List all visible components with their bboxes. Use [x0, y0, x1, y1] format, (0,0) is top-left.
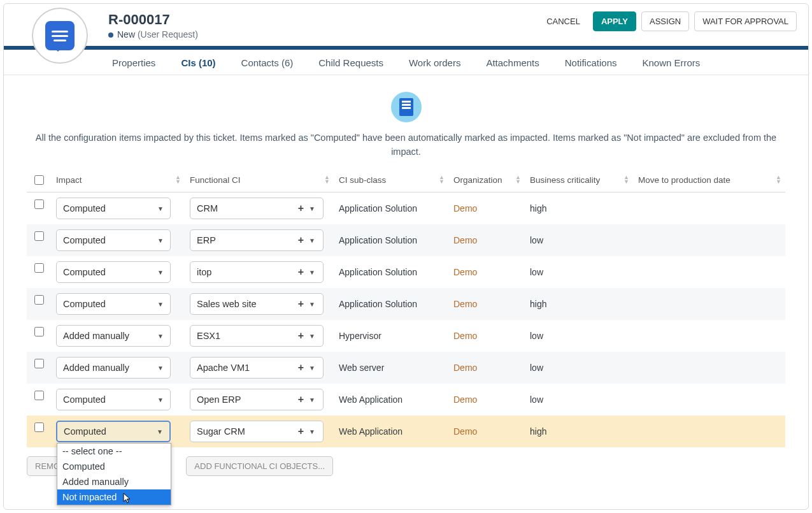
row-checkbox[interactable]: [34, 199, 44, 209]
sort-icon[interactable]: ▲▼: [175, 175, 181, 184]
select-all-checkbox[interactable]: [34, 175, 44, 185]
tab-contacts[interactable]: Contacts (6): [241, 57, 294, 68]
caret-down-icon[interactable]: ▼: [309, 300, 315, 307]
tab-known-errors[interactable]: Known Errors: [642, 57, 700, 68]
plus-icon[interactable]: +: [298, 330, 304, 342]
dropdown-option-added-manually[interactable]: Added manually: [57, 474, 171, 489]
tab-work-orders[interactable]: Work orders: [409, 57, 460, 68]
add-ci-button[interactable]: ADD FUNCTIONAL CI OBJECTS...: [186, 456, 333, 476]
plus-icon[interactable]: +: [298, 298, 304, 310]
functional-ci-input[interactable]: Sugar CRM+▼: [190, 421, 324, 442]
tab-properties[interactable]: Properties: [112, 57, 155, 68]
ci-subclass: Web server: [334, 352, 448, 384]
impact-select[interactable]: Added manually▼: [56, 357, 171, 379]
assign-button[interactable]: ASSIGN: [641, 11, 689, 31]
impact-select[interactable]: Computed▼: [56, 198, 171, 219]
caret-down-icon[interactable]: ▼: [309, 205, 315, 212]
sort-icon[interactable]: ▲▼: [515, 175, 521, 184]
organization-link[interactable]: Demo: [453, 394, 477, 405]
sort-icon[interactable]: ▲▼: [623, 175, 629, 184]
caret-down-icon: ▼: [157, 332, 164, 339]
organization-link[interactable]: Demo: [453, 363, 477, 373]
caret-down-icon[interactable]: ▼: [309, 268, 315, 275]
col-sub-class[interactable]: CI sub-class: [339, 175, 386, 185]
impact-value: Computed: [63, 394, 106, 405]
criticality-value: low: [525, 256, 633, 288]
chat-icon: [45, 21, 75, 50]
row-checkbox[interactable]: [34, 327, 44, 336]
dropdown-option-not-impacted[interactable]: Not impacted: [57, 489, 171, 505]
col-criticality[interactable]: Business criticality: [530, 175, 600, 185]
plus-icon[interactable]: +: [298, 394, 304, 405]
impact-select[interactable]: Computed▼: [56, 389, 171, 410]
criticality-value: high: [525, 192, 633, 224]
caret-down-icon[interactable]: ▼: [309, 428, 315, 435]
organization-link[interactable]: Demo: [453, 235, 477, 245]
impact-value: Computed: [63, 235, 106, 245]
functional-ci-input[interactable]: itop+▼: [190, 261, 324, 283]
caret-down-icon[interactable]: ▼: [309, 332, 315, 339]
row-checkbox[interactable]: [34, 295, 44, 305]
criticality-value: low: [525, 320, 633, 352]
caret-down-icon: ▼: [157, 236, 164, 243]
col-functional-ci[interactable]: Functional CI: [190, 175, 241, 185]
row-checkbox[interactable]: [34, 231, 44, 241]
tab-child-requests[interactable]: Child Requests: [318, 57, 383, 68]
caret-down-icon[interactable]: ▼: [309, 236, 315, 243]
impact-dropdown[interactable]: -- select one -- Computed Added manually…: [57, 443, 171, 505]
tab-notifications[interactable]: Notifications: [565, 57, 617, 68]
col-move-date[interactable]: Move to production date: [638, 175, 730, 185]
page-subtitle: New (User Request): [108, 29, 539, 40]
functional-ci-input[interactable]: ERP+▼: [190, 229, 324, 251]
apply-button[interactable]: APPLY: [593, 11, 636, 31]
impact-select[interactable]: Added manually▼: [56, 325, 171, 347]
impact-select[interactable]: Computed▼: [56, 421, 171, 442]
caret-down-icon[interactable]: ▼: [309, 364, 315, 371]
plus-icon[interactable]: +: [298, 362, 304, 373]
plus-icon[interactable]: +: [298, 426, 304, 437]
server-icon: [391, 92, 422, 122]
wait-approval-button[interactable]: WAIT FOR APPROVAL: [694, 11, 797, 31]
tab-attachments[interactable]: Attachments: [486, 57, 539, 68]
functional-ci-input[interactable]: CRM+▼: [190, 198, 324, 219]
plus-icon[interactable]: +: [298, 235, 304, 246]
table-row: Computed▼Sales web site+▼Application Sol…: [27, 288, 785, 320]
impact-value: Computed: [64, 426, 106, 437]
impact-select[interactable]: Computed▼: [56, 229, 171, 251]
sort-icon[interactable]: ▲▼: [776, 175, 781, 184]
col-organization[interactable]: Organization: [453, 175, 502, 185]
organization-link[interactable]: Demo: [453, 203, 477, 213]
functional-ci-input[interactable]: ESX1+▼: [190, 325, 324, 347]
row-checkbox[interactable]: [34, 423, 44, 432]
organization-link[interactable]: Demo: [453, 331, 477, 341]
impact-select[interactable]: Computed▼: [56, 261, 171, 283]
row-checkbox[interactable]: [34, 263, 44, 273]
organization-link[interactable]: Demo: [453, 267, 477, 277]
functional-ci-input[interactable]: Sales web site+▼: [190, 293, 324, 315]
sort-icon[interactable]: ▲▼: [324, 175, 330, 184]
impact-select[interactable]: Computed▼: [56, 293, 171, 315]
ci-value: ESX1: [197, 331, 220, 341]
functional-ci-input[interactable]: Open ERP+▼: [190, 389, 324, 410]
dropdown-option-placeholder[interactable]: -- select one --: [57, 444, 171, 459]
caret-down-icon: ▼: [157, 364, 164, 371]
caret-down-icon[interactable]: ▼: [309, 396, 315, 403]
plus-icon[interactable]: +: [298, 203, 304, 214]
organization-link[interactable]: Demo: [453, 299, 477, 309]
tab-cis[interactable]: CIs (10): [181, 57, 215, 68]
plus-icon[interactable]: +: [298, 266, 304, 278]
ci-value: itop: [197, 267, 211, 277]
sort-icon[interactable]: ▲▼: [439, 175, 445, 184]
status-text: New: [117, 29, 135, 40]
ci-table: Impact▲▼ Functional CI▲▼ CI sub-class▲▼ …: [27, 168, 785, 447]
col-impact[interactable]: Impact: [56, 175, 82, 185]
dropdown-option-computed[interactable]: Computed: [57, 459, 171, 474]
row-checkbox[interactable]: [34, 391, 44, 400]
cancel-button[interactable]: CANCEL: [539, 12, 588, 31]
organization-link[interactable]: Demo: [453, 426, 477, 437]
ci-subclass: Web Application: [334, 384, 448, 415]
impact-value: Computed: [63, 203, 106, 213]
move-date-value: [633, 415, 785, 447]
row-checkbox[interactable]: [34, 359, 44, 368]
functional-ci-input[interactable]: Apache VM1+▼: [190, 357, 324, 379]
